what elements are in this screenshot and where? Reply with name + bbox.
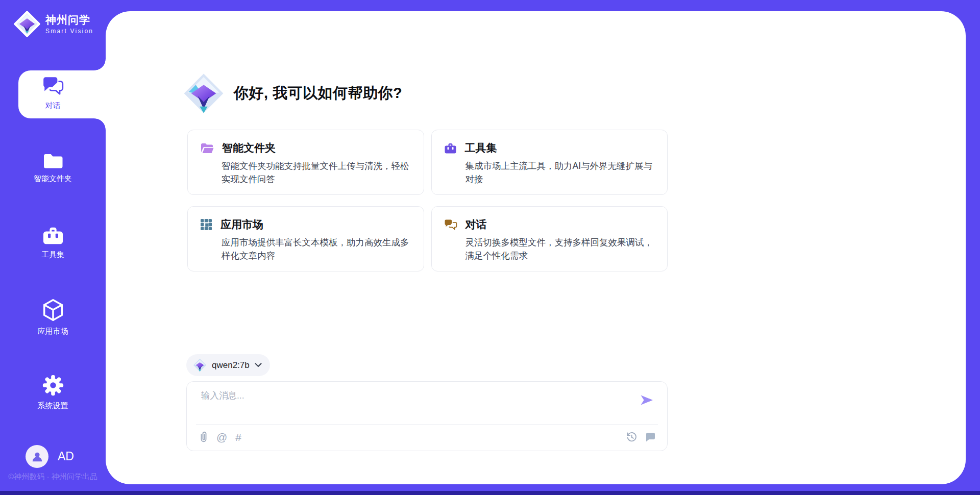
sidebar-item-chat[interactable]: 对话	[0, 76, 106, 111]
chat-icon	[41, 76, 65, 97]
brand-logo: 神州问学 Smart Vision	[13, 10, 93, 38]
gem-logo-icon	[193, 358, 207, 372]
sidebar-item-label: 应用市场	[38, 327, 68, 336]
message-composer: @ #	[186, 381, 668, 451]
user-avatar-icon	[26, 445, 48, 468]
greeting-text: 你好, 我可以如何帮助你?	[234, 83, 402, 104]
paperclip-icon[interactable]	[199, 431, 208, 443]
briefcase-icon	[41, 226, 65, 246]
sidebar-item-app-market[interactable]: 应用市场	[0, 298, 106, 336]
sidebar-footer-text: ©神州数码 · 神州问学出品	[0, 472, 106, 482]
sidebar-item-toolset[interactable]: 工具集	[0, 226, 106, 260]
history-icon[interactable]	[626, 431, 638, 443]
pill-scoop-top	[94, 59, 106, 70]
at-sign-icon[interactable]: @	[216, 432, 227, 443]
gem-logo-icon	[183, 72, 225, 114]
pill-scoop-bottom	[94, 118, 106, 130]
sidebar-item-settings[interactable]: 系统设置	[0, 374, 106, 411]
card-title: 应用市场	[220, 217, 263, 232]
greeting-header: 你好, 我可以如何帮助你?	[183, 72, 402, 114]
card-chat[interactable]: 对话 灵活切换多模型文件，支持多样回复效果调试，满足个性化需求	[431, 206, 668, 271]
card-description: 应用市场提供丰富长文本模板，助力高效生成多样化文章内容	[222, 236, 411, 263]
model-name: qwen2:7b	[212, 360, 250, 370]
chat-icon	[444, 219, 457, 231]
grid-icon	[200, 218, 212, 231]
brand-name: 神州问学	[45, 14, 93, 25]
composer-divider	[196, 424, 658, 425]
brand-subtitle: Smart Vision	[45, 28, 93, 34]
composer-toolbar-right	[626, 431, 656, 443]
gear-icon	[41, 374, 65, 397]
chat-bubble-icon[interactable]	[645, 432, 656, 442]
card-description: 灵活切换多模型文件，支持多样回复效果调试，满足个性化需求	[465, 236, 655, 263]
card-title: 智能文件夹	[222, 141, 276, 155]
card-description: 集成市场上主流工具，助力AI与外界无缝扩展与对接	[465, 160, 655, 186]
card-description: 智能文件夹功能支持批量文件上传与清洗，轻松实现文件问答	[222, 160, 411, 186]
sidebar-item-label: 系统设置	[38, 401, 68, 411]
hash-icon[interactable]: #	[235, 432, 241, 443]
user-name: AD	[58, 450, 74, 463]
sidebar-item-label: 对话	[45, 101, 61, 111]
card-title: 工具集	[465, 141, 497, 155]
app-root: 神州问学 Smart Vision 对话 智能文件夹	[0, 0, 980, 495]
user-profile[interactable]: AD	[26, 445, 74, 468]
send-icon[interactable]	[640, 394, 654, 406]
card-toolset[interactable]: 工具集 集成市场上主流工具，助力AI与外界无缝扩展与对接	[431, 130, 668, 195]
composer-toolbar-left: @ #	[199, 431, 241, 443]
card-smart-folder[interactable]: 智能文件夹 智能文件夹功能支持批量文件上传与清洗，轻松实现文件问答	[187, 130, 424, 195]
chevron-down-icon	[255, 363, 262, 367]
model-selector[interactable]: qwen2:7b	[186, 354, 270, 376]
card-title: 对话	[465, 217, 487, 232]
gem-logo-icon	[13, 10, 41, 38]
sidebar-item-label: 工具集	[41, 250, 64, 260]
message-input[interactable]	[200, 390, 610, 402]
card-app-market[interactable]: 应用市场 应用市场提供丰富长文本模板，助力高效生成多样化文章内容	[187, 206, 424, 271]
folder-open-icon	[200, 142, 214, 154]
folder-icon	[42, 153, 64, 170]
sidebar-item-smart-folder[interactable]: 智能文件夹	[0, 153, 106, 184]
sidebar-item-label: 智能文件夹	[34, 174, 72, 184]
bottom-bar	[0, 491, 980, 495]
briefcase-icon	[444, 142, 457, 154]
feature-cards: 智能文件夹 智能文件夹功能支持批量文件上传与清洗，轻松实现文件问答 工具集 集成…	[187, 130, 668, 271]
cube-icon	[41, 298, 65, 323]
